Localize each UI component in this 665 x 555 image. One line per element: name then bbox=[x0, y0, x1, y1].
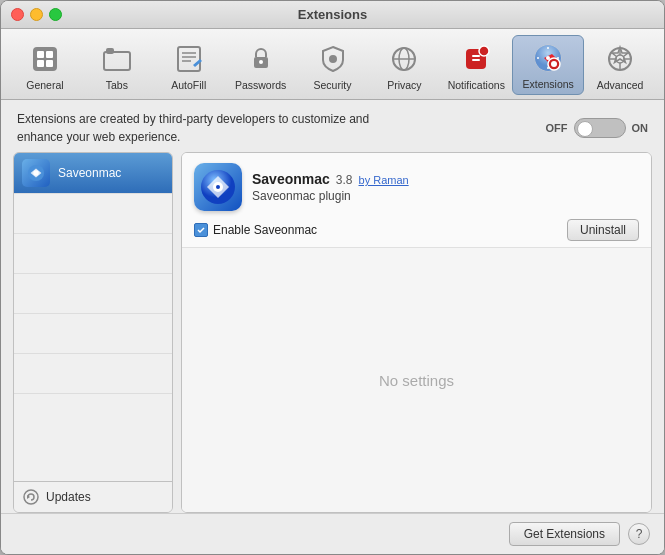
window: Extensions General Tabs AutoFill Pa bbox=[0, 0, 665, 555]
tabs-label: Tabs bbox=[106, 79, 128, 91]
passwords-label: Passwords bbox=[235, 79, 286, 91]
toggle-off-label: OFF bbox=[546, 122, 568, 134]
sidebar-empty-3 bbox=[14, 273, 172, 313]
no-settings-label: No settings bbox=[379, 372, 454, 389]
svg-rect-0 bbox=[33, 47, 57, 71]
svg-point-39 bbox=[24, 490, 38, 504]
toolbar-item-notifications[interactable]: Notifications bbox=[440, 37, 512, 95]
extensions-toggle-row: Extensions are created by third-party de… bbox=[1, 100, 664, 152]
autofill-label: AutoFill bbox=[171, 79, 206, 91]
main-panel: Saveonmac Updates bbox=[1, 152, 664, 513]
window-title: Extensions bbox=[298, 7, 367, 22]
svg-rect-18 bbox=[472, 55, 480, 57]
notifications-icon bbox=[458, 41, 494, 77]
passwords-icon bbox=[243, 41, 279, 77]
toolbar-item-autofill[interactable]: AutoFill bbox=[153, 37, 225, 95]
sidebar-empty-1 bbox=[14, 193, 172, 233]
extensions-icon bbox=[530, 40, 566, 76]
sidebar-empty-4 bbox=[14, 313, 172, 353]
toggle-on-label: ON bbox=[632, 122, 649, 134]
bottom-bar: Get Extensions ? bbox=[1, 513, 664, 554]
svg-rect-1 bbox=[37, 51, 44, 58]
svg-point-13 bbox=[329, 55, 337, 63]
svg-rect-5 bbox=[104, 52, 130, 70]
svg-point-12 bbox=[259, 60, 263, 64]
svg-point-30 bbox=[551, 61, 557, 67]
privacy-icon bbox=[386, 41, 422, 77]
extension-name: Saveonmac bbox=[252, 171, 330, 187]
toolbar-item-privacy[interactable]: Privacy bbox=[368, 37, 440, 95]
sidebar-empty-2 bbox=[14, 233, 172, 273]
toolbar-item-advanced[interactable]: Advanced bbox=[584, 37, 656, 95]
autofill-icon bbox=[171, 41, 207, 77]
extensions-toggle-control[interactable]: OFF ON bbox=[546, 118, 649, 138]
updates-button[interactable]: Updates bbox=[14, 481, 172, 512]
extension-header: Saveonmac 3.8 by Raman Saveonmac plugin bbox=[182, 153, 651, 248]
svg-point-43 bbox=[216, 185, 220, 189]
extension-author[interactable]: by Raman bbox=[359, 174, 409, 186]
toolbar-item-general[interactable]: General bbox=[9, 37, 81, 95]
uninstall-button[interactable]: Uninstall bbox=[567, 219, 639, 241]
toolbar: General Tabs AutoFill Passwords Security bbox=[1, 29, 664, 100]
extension-description: Saveonmac plugin bbox=[252, 189, 639, 203]
enable-checkbox-label: Enable Saveonmac bbox=[213, 223, 317, 237]
extensions-label: Extensions bbox=[522, 78, 573, 90]
extension-actions: Enable Saveonmac Uninstall bbox=[194, 219, 639, 241]
enable-checkbox[interactable] bbox=[194, 223, 208, 237]
general-label: General bbox=[26, 79, 63, 91]
close-button[interactable] bbox=[11, 8, 24, 21]
notifications-label: Notifications bbox=[448, 79, 505, 91]
extensions-list: Saveonmac bbox=[14, 153, 172, 481]
toolbar-item-extensions[interactable]: Extensions bbox=[512, 35, 584, 95]
extensions-sidebar: Saveonmac Updates bbox=[13, 152, 173, 513]
toolbar-item-security[interactable]: Security bbox=[297, 37, 369, 95]
svg-rect-6 bbox=[106, 48, 114, 54]
extension-version: 3.8 bbox=[336, 173, 353, 187]
svg-rect-7 bbox=[178, 47, 200, 71]
extension-name-row: Saveonmac 3.8 by Raman bbox=[252, 171, 639, 187]
svg-rect-19 bbox=[472, 59, 480, 61]
maximize-button[interactable] bbox=[49, 8, 62, 21]
enable-checkbox-row[interactable]: Enable Saveonmac bbox=[194, 223, 317, 237]
window-controls bbox=[1, 8, 62, 21]
content-area: Extensions are created by third-party de… bbox=[1, 100, 664, 554]
security-label: Security bbox=[314, 79, 352, 91]
sidebar-empty-5 bbox=[14, 353, 172, 393]
toolbar-item-tabs[interactable]: Tabs bbox=[81, 37, 153, 95]
updates-icon bbox=[22, 488, 40, 506]
privacy-label: Privacy bbox=[387, 79, 421, 91]
svg-point-20 bbox=[479, 46, 489, 56]
tabs-icon bbox=[99, 41, 135, 77]
extensions-description: Extensions are created by third-party de… bbox=[17, 110, 397, 146]
saveonmac-large-icon bbox=[194, 163, 242, 211]
security-icon bbox=[315, 41, 351, 77]
extension-title-row: Saveonmac 3.8 by Raman Saveonmac plugin bbox=[194, 163, 639, 211]
saveonmac-small-icon bbox=[22, 159, 50, 187]
advanced-icon bbox=[602, 41, 638, 77]
extension-detail-panel: Saveonmac 3.8 by Raman Saveonmac plugin bbox=[181, 152, 652, 513]
sidebar-empty-6 bbox=[14, 393, 172, 433]
svg-rect-2 bbox=[46, 51, 53, 58]
sidebar-item-saveonmac[interactable]: Saveonmac bbox=[14, 153, 172, 193]
get-extensions-button[interactable]: Get Extensions bbox=[509, 522, 620, 546]
minimize-button[interactable] bbox=[30, 8, 43, 21]
help-button[interactable]: ? bbox=[628, 523, 650, 545]
updates-label: Updates bbox=[46, 490, 91, 504]
titlebar: Extensions bbox=[1, 1, 664, 29]
svg-rect-4 bbox=[46, 60, 53, 67]
svg-rect-3 bbox=[37, 60, 44, 67]
no-settings-area: No settings bbox=[182, 248, 651, 512]
extensions-toggle-switch[interactable] bbox=[574, 118, 626, 138]
toolbar-item-passwords[interactable]: Passwords bbox=[225, 37, 297, 95]
svg-point-38 bbox=[33, 170, 38, 175]
general-icon bbox=[27, 41, 63, 77]
extension-info: Saveonmac 3.8 by Raman Saveonmac plugin bbox=[252, 171, 639, 203]
advanced-label: Advanced bbox=[597, 79, 644, 91]
saveonmac-sidebar-label: Saveonmac bbox=[58, 166, 121, 180]
